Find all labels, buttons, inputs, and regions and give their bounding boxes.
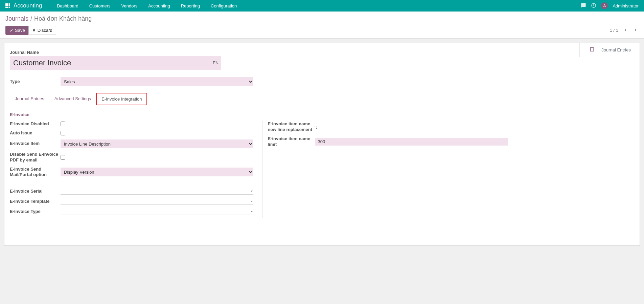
tab-journal-entries[interactable]: Journal Entries xyxy=(10,93,49,105)
discard-button[interactable]: Discard xyxy=(28,26,56,35)
svg-rect-12 xyxy=(590,47,591,51)
app-brand[interactable]: Accounting xyxy=(14,2,42,9)
einvoice-item-label: E-Invoice Item xyxy=(10,141,61,147)
svg-rect-8 xyxy=(9,7,10,8)
einvoice-right-col: E-invoice item name new line replacement… xyxy=(262,121,520,218)
einvoice-serial-input[interactable]: ▾ xyxy=(61,188,253,195)
lang-tag[interactable]: EN xyxy=(210,56,221,70)
user-menu[interactable]: Administrator xyxy=(613,3,639,8)
save-label: Save xyxy=(15,28,25,33)
chevron-down-icon: ▾ xyxy=(251,189,253,193)
einvoice-disabled-checkbox[interactable] xyxy=(61,122,65,126)
breadcrumb-current: Hoá đơn Khách hàng xyxy=(34,15,92,22)
einvoice-type-label: E-Invoice Type xyxy=(10,209,61,215)
breadcrumb: Journals / Hoá đơn Khách hàng xyxy=(5,15,639,22)
svg-rect-1 xyxy=(7,3,8,5)
control-bar: Journals / Hoá đơn Khách hàng Save Disca… xyxy=(0,12,644,39)
form-sheet: Journal Entries Journal Name EN Type Sal… xyxy=(4,43,640,246)
svg-rect-5 xyxy=(9,5,10,6)
auto-issue-checkbox[interactable] xyxy=(61,131,65,135)
newline-label: E-invoice item name new line replacement xyxy=(268,121,315,133)
send-option-label: E-Invoice Send Mail/Portal option xyxy=(10,167,61,178)
svg-rect-2 xyxy=(9,3,10,5)
tab-advanced-settings[interactable]: Advanced Settings xyxy=(49,93,96,105)
nav-link-reporting[interactable]: Reporting xyxy=(176,0,205,12)
pager-next[interactable] xyxy=(632,26,639,35)
book-icon xyxy=(589,46,595,53)
svg-rect-3 xyxy=(5,5,7,6)
svg-rect-7 xyxy=(7,7,8,8)
stat-label: Journal Entries xyxy=(601,47,631,52)
journal-name-input[interactable] xyxy=(10,56,210,70)
type-label: Type xyxy=(10,79,61,85)
breadcrumb-sep: / xyxy=(30,15,32,22)
einvoice-template-input[interactable]: ▾ xyxy=(61,198,253,205)
save-button[interactable]: Save xyxy=(5,26,29,35)
einvoice-section-title: E-Invoice xyxy=(10,112,520,117)
nav-link-accounting[interactable]: Accounting xyxy=(143,0,175,12)
newline-input[interactable] xyxy=(315,123,508,131)
breadcrumb-root[interactable]: Journals xyxy=(5,15,28,22)
einvoice-type-input[interactable]: ▾ xyxy=(61,208,253,215)
nav-links: Dashboard Customers Vendors Accounting R… xyxy=(51,0,242,12)
limit-label: E-invoice item name limit xyxy=(268,136,315,148)
chat-icon[interactable] xyxy=(581,3,586,9)
apps-icon[interactable] xyxy=(5,3,10,8)
limit-input[interactable] xyxy=(315,138,508,146)
pager-text: 1 / 1 xyxy=(610,28,618,33)
nav-link-configuration[interactable]: Configuration xyxy=(205,0,242,12)
pager: 1 / 1 xyxy=(610,26,639,35)
type-select[interactable]: Sales xyxy=(61,77,253,86)
auto-issue-label: Auto Issue xyxy=(10,130,61,136)
einvoice-item-select[interactable]: Invoice Line Description xyxy=(61,139,253,148)
form-tabs: Journal Entries Advanced Settings E-Invo… xyxy=(10,93,520,105)
disable-send-pdf-checkbox[interactable] xyxy=(61,155,65,160)
disable-send-pdf-label: Disable Send E-Invoice PDF by email xyxy=(10,152,61,163)
nav-link-customers[interactable]: Customers xyxy=(84,0,116,12)
einvoice-left-col: E-Invoice Disabled Auto Issue E-Invoice … xyxy=(10,121,262,218)
top-nav: Accounting Dashboard Customers Vendors A… xyxy=(0,0,644,12)
discard-label: Discard xyxy=(38,28,52,33)
svg-rect-6 xyxy=(5,7,7,8)
tab-einvoice-integration[interactable]: E-Invoice Integration xyxy=(96,93,147,105)
send-option-select[interactable]: Display Version xyxy=(61,168,253,176)
nav-link-vendors[interactable]: Vendors xyxy=(116,0,143,12)
pager-prev[interactable] xyxy=(622,26,628,35)
journal-name-label: Journal Name xyxy=(10,50,520,55)
svg-rect-0 xyxy=(5,3,7,5)
chevron-down-icon: ▾ xyxy=(251,210,253,213)
avatar[interactable]: A xyxy=(601,2,608,9)
nav-link-dashboard[interactable]: Dashboard xyxy=(51,0,84,12)
nav-right: A Administrator xyxy=(581,2,639,9)
einvoice-disabled-label: E-Invoice Disabled xyxy=(10,121,61,127)
stat-journal-entries[interactable]: Journal Entries xyxy=(580,43,640,57)
clock-icon[interactable] xyxy=(591,3,596,9)
chevron-down-icon: ▾ xyxy=(251,199,253,203)
svg-rect-4 xyxy=(7,5,8,6)
einvoice-template-label: E-Invoice Template xyxy=(10,199,61,204)
einvoice-serial-label: E-Invoice Serial xyxy=(10,189,61,194)
